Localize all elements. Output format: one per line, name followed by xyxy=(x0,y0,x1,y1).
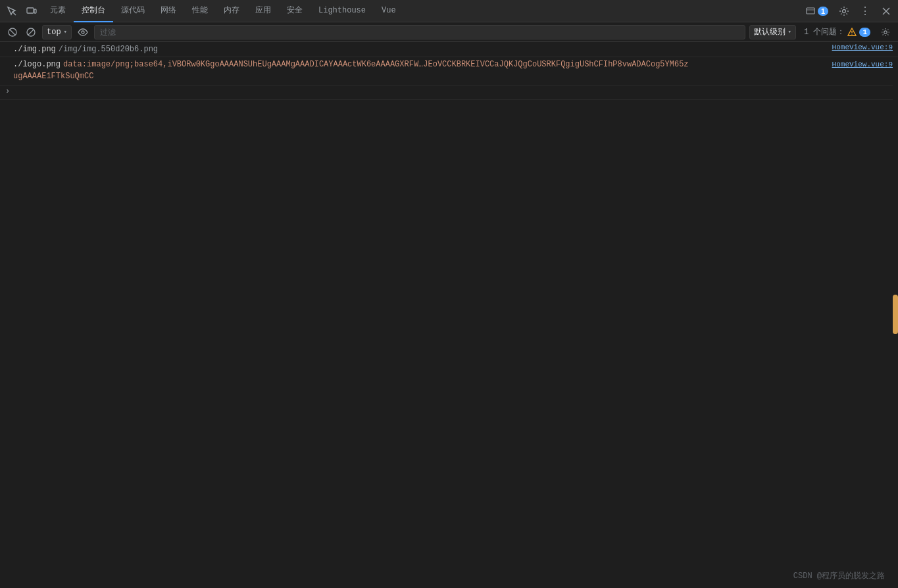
close-icon[interactable] xyxy=(877,2,895,20)
console-content: ./img.png /img/img.550d20b6.png HomeView… xyxy=(0,42,898,588)
messages-count: 1 xyxy=(818,7,828,16)
issue-count: 1 xyxy=(859,28,870,37)
console-row-1[interactable]: ./img.png /img/img.550d20b6.png HomeView… xyxy=(0,42,898,57)
main-toolbar: 元素 控制台 源代码 网络 性能 内存 应用 安全 Lighthouse Vue… xyxy=(0,0,898,22)
console-main: ./img.png /img/img.550d20b6.png HomeView… xyxy=(0,42,898,588)
ban-button[interactable] xyxy=(24,25,38,39)
console-row-2[interactable]: ./logo.png data:image/png;base64,iVBORw0… xyxy=(0,57,898,86)
svg-rect-3 xyxy=(807,8,814,14)
clear-console-button[interactable] xyxy=(5,25,20,39)
tab-elements[interactable]: 元素 xyxy=(42,0,74,22)
settings-icon[interactable] xyxy=(835,2,853,20)
svg-line-0 xyxy=(12,12,16,15)
row1-fileref[interactable]: HomeView.vue:9 xyxy=(832,43,893,51)
row1-resolvedpath: /img/img.550d20b6.png xyxy=(59,43,158,55)
row2-datauri: data:image/png;base64,iVBORw0KGgoAAAANSU… xyxy=(63,59,832,70)
svg-point-5 xyxy=(843,9,846,12)
tab-memory[interactable]: 内存 xyxy=(216,0,247,22)
toolbar-right: 1 ⋮ xyxy=(802,2,895,20)
row2-content: ./logo.png data:image/png;base64,iVBORw0… xyxy=(13,59,893,82)
svg-rect-1 xyxy=(27,8,34,13)
svg-point-14 xyxy=(852,34,853,34)
inspect-icon[interactable] xyxy=(3,2,21,20)
console-bar: top ▾ 默认级别 ▾ 1 个问题： 1 xyxy=(0,22,898,42)
tab-performance[interactable]: 性能 xyxy=(184,0,216,22)
console-settings-button[interactable] xyxy=(878,25,893,39)
nav-tabs: 元素 控制台 源代码 网络 性能 内存 应用 安全 Lighthouse Vue xyxy=(42,0,404,22)
scroll-thumb[interactable] xyxy=(893,295,898,334)
tab-console[interactable]: 控制台 xyxy=(74,0,113,22)
more-icon[interactable]: ⋮ xyxy=(856,2,874,20)
messages-button[interactable]: 1 xyxy=(802,3,832,19)
issue-badge[interactable]: 1 个问题： 1 xyxy=(800,25,874,39)
console-row-prompt[interactable]: › xyxy=(0,86,898,100)
context-dropdown-arrow: ▾ xyxy=(64,28,67,36)
scrollbar[interactable] xyxy=(893,84,898,588)
tab-vue[interactable]: Vue xyxy=(374,0,404,22)
level-selector[interactable]: 默认级别 ▾ xyxy=(749,25,796,39)
row1-content: ./img.png /img/img.550d20b6.png xyxy=(13,43,832,55)
watermark: CSDN @程序员的脱发之路 xyxy=(793,570,885,581)
device-icon[interactable] xyxy=(22,2,41,20)
row2-logopath: ./logo.png xyxy=(13,59,61,70)
prompt-chevron: › xyxy=(5,87,10,96)
svg-rect-2 xyxy=(34,9,36,13)
tab-network[interactable]: 网络 xyxy=(153,0,184,22)
filter-input[interactable] xyxy=(94,25,745,39)
row2-fileref[interactable]: HomeView.vue:9 xyxy=(832,59,893,70)
row2-datauri-cont: ugAAAAE1FTkSuQmCC xyxy=(13,70,893,82)
tab-lighthouse[interactable]: Lighthouse xyxy=(311,0,374,22)
tab-application[interactable]: 应用 xyxy=(247,0,279,22)
svg-point-12 xyxy=(82,31,84,34)
context-selector[interactable]: top ▾ xyxy=(42,25,72,39)
level-dropdown-arrow: ▾ xyxy=(788,28,791,36)
eye-button[interactable] xyxy=(76,25,90,39)
row1-imgpath: ./img.png xyxy=(13,43,56,55)
svg-line-11 xyxy=(28,29,34,35)
svg-point-15 xyxy=(884,30,887,33)
issue-label: 1 个问题： xyxy=(804,26,845,37)
context-label: top xyxy=(47,28,61,37)
tab-security[interactable]: 安全 xyxy=(279,0,311,22)
level-label: 默认级别 xyxy=(754,26,786,37)
tab-sources[interactable]: 源代码 xyxy=(113,0,153,22)
svg-line-9 xyxy=(10,30,15,35)
